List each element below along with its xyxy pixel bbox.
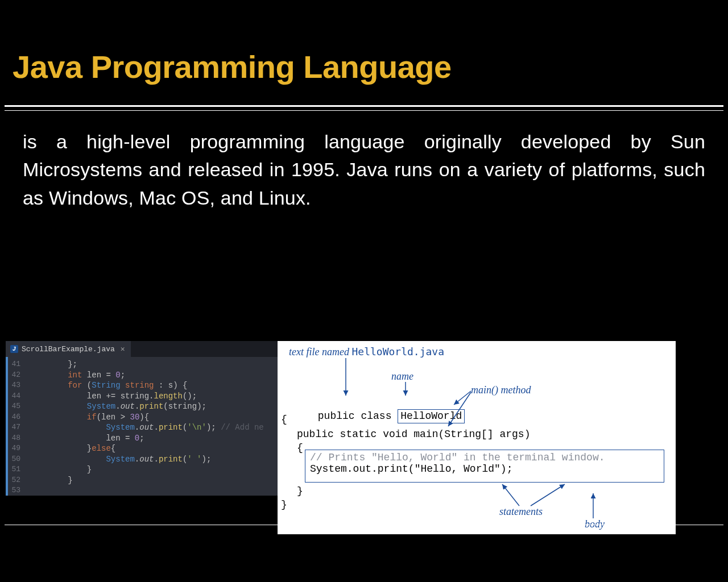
label-main-method: main() method [471,384,531,396]
code-content: }; int len = 0; for (String string : s) … [23,357,264,496]
slide-title: Java Programming Language [0,0,728,105]
editor-tab: J ScrollBarExample.java ✕ [6,341,131,357]
bottom-divider [5,525,723,525]
slide-body-text: is a high-level programming language ori… [0,128,728,212]
brace-open: { [281,414,287,425]
svg-line-5 [531,484,565,506]
label-text-file: text file named HelloWorld.java [289,346,444,358]
inner-brace-open: { [297,442,303,454]
close-icon: ✕ [121,344,125,354]
java-file-icon: J [10,345,18,353]
line-number-gutter: 41424344454647484950515253 [6,357,23,496]
editor-tab-label: ScrollBarExample.java [22,345,115,354]
code-editor-screenshot: J ScrollBarExample.java ✕ 41424344454647… [6,341,278,496]
editor-tab-bar: J ScrollBarExample.java ✕ [6,341,278,357]
inner-brace-close: } [297,485,303,497]
class-name-box: HelloWorld [398,409,465,423]
label-name: name [391,371,413,383]
brace-close: } [281,499,287,510]
hello-world-diagram: text file named HelloWorld.java name mai… [278,341,676,534]
label-statements: statements [499,506,543,518]
svg-line-4 [502,484,519,506]
statements-box: // Prints "Hello, World" in the terminal… [305,450,664,483]
divider-thick [5,105,723,107]
print-statement: System.out.print("Hello, World"); [310,463,659,475]
code-comment: // Prints "Hello, World" in the terminal… [310,452,659,463]
main-signature: public static void main(String[] args) [297,429,530,440]
